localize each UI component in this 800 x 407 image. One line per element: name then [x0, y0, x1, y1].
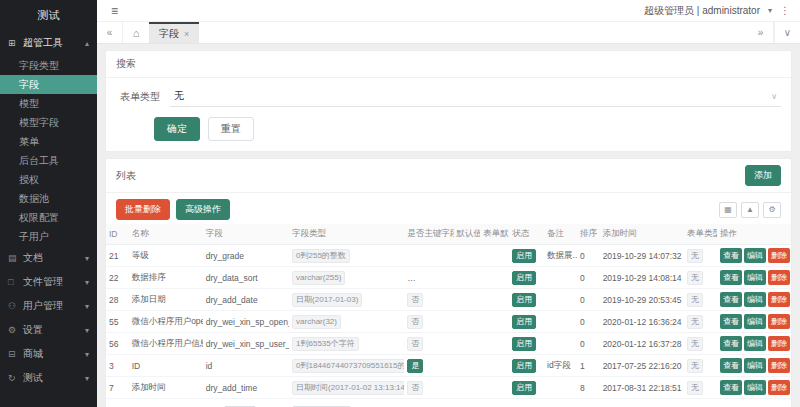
pk-no-tag: 否 [407, 315, 423, 329]
tab-bar: « ⌂ 字段 × » ∨ [97, 22, 800, 44]
pk-no-tag: 否 [407, 337, 423, 351]
cell-id: 55 [106, 311, 129, 333]
sidebar-item[interactable]: 权限配置 [0, 208, 97, 227]
cell-type: 1到65535个字符 [289, 333, 404, 355]
cell-name: 微信小程序用户信息 [129, 333, 203, 355]
sidebar-group[interactable]: ⚇用户管理▾ [0, 294, 97, 318]
edit-button[interactable]: 编辑 [744, 270, 766, 285]
edit-button[interactable]: 编辑 [744, 380, 766, 395]
sidebar-item[interactable]: 子用户 [0, 227, 97, 246]
tabs-menu-icon[interactable]: ∨ [774, 22, 800, 43]
status-enabled-tag: 启用 [512, 359, 536, 373]
sidebar-group[interactable]: ⚙设置▾ [0, 318, 97, 342]
sidebar-item[interactable]: 字段 [0, 75, 97, 94]
edit-button[interactable]: 编辑 [744, 248, 766, 263]
cell-add-time: 2019-10-29 14:08:14 [600, 267, 684, 289]
cell-remark [544, 267, 577, 289]
cell-primary-key: 否 [404, 377, 453, 399]
cell-form-type: 无 [684, 245, 717, 267]
delete-button[interactable]: 删除 [768, 292, 790, 307]
sidebar-item[interactable]: 菜单 [0, 132, 97, 151]
menu-toggle-icon[interactable]: ≡ [111, 4, 118, 18]
cell-field: dry_add_time [203, 377, 289, 399]
cell-remark: id字段 [544, 355, 577, 377]
search-panel-title: 搜索 [116, 57, 136, 71]
tabs-scroll-right-icon[interactable]: » [748, 22, 774, 43]
view-button[interactable]: 查看 [720, 248, 742, 263]
cell-status: 启用 [509, 311, 544, 333]
form-type-select-value: 无 [174, 89, 184, 103]
view-button[interactable]: 查看 [720, 292, 742, 307]
cell-actions: 查看编辑删除 [717, 311, 791, 333]
print-icon[interactable]: ▦ [719, 202, 737, 218]
cell-primary-key: 否 [404, 311, 453, 333]
cell-id: 21 [106, 245, 129, 267]
batch-delete-button[interactable]: 批量删除 [116, 199, 170, 220]
cell-actions: 查看编辑删除 [717, 333, 791, 355]
cell-type: varchar(32) [289, 311, 404, 333]
sidebar-item[interactable]: 字段类型 [0, 56, 97, 75]
sidebar-group[interactable]: ▤文档▾ [0, 246, 97, 270]
table-tool-icons: ▦▲⚙ [719, 202, 781, 218]
cell-id: 3 [106, 355, 129, 377]
search-reset-button[interactable]: 重置 [208, 117, 254, 141]
table-row: 3IDid0到18446744073709551615的整数是启用id字段120… [106, 355, 791, 377]
view-button[interactable]: 查看 [720, 336, 742, 351]
view-button[interactable]: 查看 [720, 314, 742, 329]
column-header: 字段类型 [289, 224, 404, 245]
sidebar-group-super-tools[interactable]: ⊞ 超管工具 ▴ [0, 30, 97, 56]
view-button[interactable]: 查看 [720, 358, 742, 373]
sidebar-group-label: 商城 [20, 347, 85, 361]
delete-button[interactable]: 删除 [768, 270, 790, 285]
cell-default-value [454, 311, 481, 333]
close-icon[interactable]: × [184, 29, 189, 39]
gear-icon: ⚙ [8, 325, 20, 335]
main-area: ≡ 超级管理员 | administrator ▾ ⋮ « ⌂ 字段 × » ∨ [97, 0, 800, 407]
export-icon[interactable]: ▲ [741, 202, 759, 218]
sidebar-group[interactable]: ⊟商城▾ [0, 342, 97, 366]
sidebar-item[interactable]: 授权 [0, 170, 97, 189]
delete-button[interactable]: 删除 [768, 358, 790, 373]
sidebar-item[interactable]: 模型字段 [0, 113, 97, 132]
edit-button[interactable]: 编辑 [744, 314, 766, 329]
delete-button[interactable]: 删除 [768, 336, 790, 351]
chevron-down-icon: ∨ [771, 92, 777, 101]
sidebar-group[interactable]: ↻测试▾ [0, 366, 97, 390]
sidebar-group[interactable]: □文件管理▾ [0, 270, 97, 294]
columns-setting-icon[interactable]: ⚙ [763, 202, 781, 218]
toolbox-icon: ⊞ [8, 38, 20, 48]
form-type-select[interactable]: 无 ∨ [170, 86, 781, 107]
add-button[interactable]: 添加 [745, 165, 781, 186]
column-header: 表单类型 [684, 224, 717, 245]
cell-field: dry_wei_xin_sp_user_info [203, 333, 289, 355]
cart-icon: ⊟ [8, 349, 20, 359]
search-confirm-button[interactable]: 确定 [154, 117, 200, 141]
more-options-icon[interactable]: ⋮ [780, 5, 790, 16]
tab-fields[interactable]: 字段 × [149, 22, 199, 43]
column-header: 排序 [577, 224, 600, 245]
cell-id: 22 [106, 267, 129, 289]
folder-icon: □ [8, 277, 20, 287]
advanced-actions-button[interactable]: 高级操作 [176, 199, 230, 220]
user-menu[interactable]: 超级管理员 | administrator [644, 4, 760, 18]
edit-button[interactable]: 编辑 [744, 292, 766, 307]
delete-button[interactable]: 删除 [768, 314, 790, 329]
home-tab-icon[interactable]: ⌂ [123, 22, 149, 43]
cell-form-default [480, 289, 509, 311]
sidebar-item[interactable]: 模型 [0, 94, 97, 113]
view-button[interactable]: 查看 [720, 380, 742, 395]
cell-actions: 查看编辑删除 [717, 355, 791, 377]
sidebar-item[interactable]: 后台工具 [0, 151, 97, 170]
cell-status: 启用 [509, 289, 544, 311]
app-window: 测试 ⊞ 超管工具 ▴ 字段类型字段模型模型字段菜单后台工具授权数据池权限配置子… [0, 0, 800, 407]
edit-button[interactable]: 编辑 [744, 358, 766, 373]
view-button[interactable]: 查看 [720, 270, 742, 285]
sidebar-group-label: 文档 [20, 251, 85, 265]
sidebar-item[interactable]: 数据池 [0, 189, 97, 208]
delete-button[interactable]: 删除 [768, 248, 790, 263]
chevron-down-icon: ▾ [85, 254, 89, 263]
delete-button[interactable]: 删除 [768, 380, 790, 395]
edit-button[interactable]: 编辑 [744, 336, 766, 351]
tabs-scroll-left-icon[interactable]: « [97, 22, 123, 43]
cell-sort: 0 [577, 245, 600, 267]
